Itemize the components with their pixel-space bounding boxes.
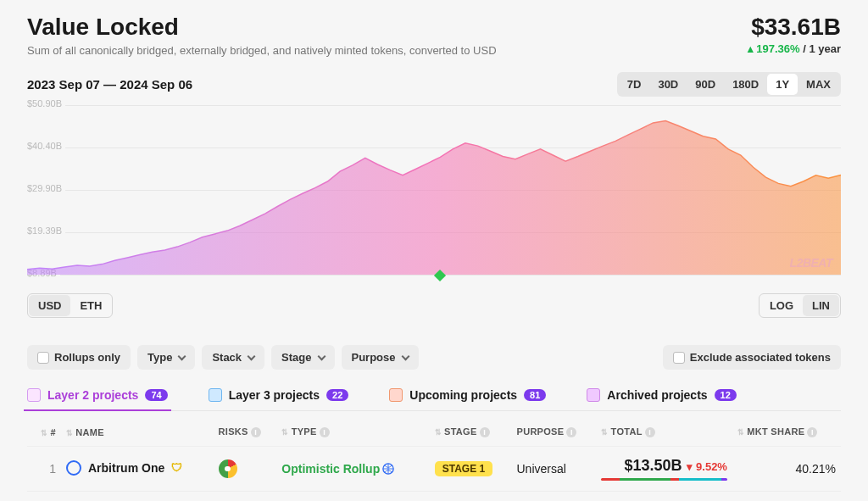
filter-exclude-associated-label: Exclude associated tokens xyxy=(690,351,831,364)
col-risks[interactable]: RISKSi xyxy=(214,418,277,447)
range-180d[interactable]: 180D xyxy=(724,74,767,95)
tvl-value: $33.61B xyxy=(748,14,841,41)
tab-upcoming[interactable]: Upcoming projects 81 xyxy=(389,388,546,410)
col-name[interactable]: ⇅NAME xyxy=(61,418,214,447)
total-delta: ▾ 9.52% xyxy=(687,460,726,473)
project-tabs: Layer 2 projects 74 Layer 3 projects 22 … xyxy=(27,388,841,411)
info-icon[interactable]: i xyxy=(566,427,576,437)
info-icon[interactable]: i xyxy=(480,427,490,437)
filter-rollups-only-label: Rollups only xyxy=(54,351,120,364)
upcoming-icon xyxy=(389,388,403,402)
purpose-cell: Universal xyxy=(512,447,597,492)
col-idx[interactable]: ⇅# xyxy=(27,418,61,447)
type-cell: Optimistic RollupOP xyxy=(276,492,429,502)
info-icon[interactable]: i xyxy=(645,427,655,437)
info-icon[interactable]: i xyxy=(251,427,261,437)
sort-icon: ⇅ xyxy=(601,428,608,437)
unit-usd-button[interactable]: USD xyxy=(29,295,70,316)
unit-eth-button[interactable]: ETH xyxy=(70,295,111,316)
chart-watermark: L2BEAT xyxy=(790,256,832,270)
row-index: 1 xyxy=(27,447,61,492)
row-index: 2 xyxy=(27,492,61,502)
total-value: $13.50B xyxy=(624,457,682,474)
col-total[interactable]: ⇅TOTALi xyxy=(596,418,732,447)
total-breakdown-bar xyxy=(601,478,727,481)
unit-toggle: USD ETH xyxy=(27,293,113,318)
archived-icon xyxy=(587,388,600,402)
range-max[interactable]: MAX xyxy=(798,74,839,95)
network-icon xyxy=(382,463,394,475)
filter-stack-label: Stack xyxy=(212,351,242,364)
range-selector: 7D 30D 90D 180D 1Y MAX xyxy=(617,72,841,97)
risk-pie-icon[interactable] xyxy=(219,459,237,478)
filter-purpose-label: Purpose xyxy=(352,351,396,364)
tab-upcoming-label: Upcoming projects xyxy=(409,388,517,402)
sort-icon: ⇅ xyxy=(281,428,288,437)
col-stage[interactable]: ⇅STAGEi xyxy=(430,418,512,447)
stage-badge: STAGE 1 xyxy=(435,461,492,476)
delta-arrow-icon: ▴ xyxy=(748,42,754,55)
table-row[interactable]: 1Arbitrum One🛡Optimistic RollupSTAGE 1Un… xyxy=(27,447,841,492)
tvl-chart[interactable]: $50.90B $40.40B $29.90B $19.39B $8.89B L… xyxy=(27,105,841,275)
project-logo-icon xyxy=(66,460,81,476)
mkt-share-cell: 40.21% xyxy=(732,447,841,492)
info-icon[interactable]: i xyxy=(807,427,817,437)
project-name-label: Arbitrum One xyxy=(88,461,164,475)
filter-rollups-only[interactable]: Rollups only xyxy=(27,345,131,370)
layer2-icon xyxy=(27,388,41,402)
tab-archived-label: Archived projects xyxy=(607,388,707,402)
col-mktshare[interactable]: ⇅MKT SHAREi xyxy=(732,418,841,447)
tab-layer3[interactable]: Layer 3 projects 22 xyxy=(209,388,349,410)
scale-log-button[interactable]: LOG xyxy=(760,295,803,316)
chevron-down-icon xyxy=(401,353,409,361)
sort-icon: ⇅ xyxy=(737,428,744,437)
tab-layer2[interactable]: Layer 2 projects 74 xyxy=(27,388,168,410)
tab-layer2-count: 74 xyxy=(145,389,167,401)
scale-toggle: LOG LIN xyxy=(759,293,841,318)
filter-purpose[interactable]: Purpose xyxy=(342,345,419,370)
sort-icon: ⇅ xyxy=(66,429,73,437)
tab-layer2-label: Layer 2 projects xyxy=(47,388,138,402)
type-cell: Optimistic Rollup xyxy=(276,447,429,492)
filter-type-label: Type xyxy=(147,351,172,364)
tvl-period: / 1 year xyxy=(803,42,841,55)
tvl-delta-line: ▴ 197.36% / 1 year xyxy=(748,42,841,55)
filter-stack[interactable]: Stack xyxy=(202,345,264,370)
date-range: 2023 Sep 07 — 2024 Sep 06 xyxy=(27,77,192,92)
tab-layer3-label: Layer 3 projects xyxy=(229,388,320,402)
chevron-down-icon xyxy=(317,353,326,361)
info-icon[interactable]: i xyxy=(320,427,330,437)
filter-stage-label: Stage xyxy=(281,351,311,364)
projects-table: ⇅# ⇅NAME RISKSi ⇅TYPEi ⇅STAGEi PURPOSEi … xyxy=(27,418,841,501)
page-title: Value Locked xyxy=(27,14,497,41)
tab-upcoming-count: 81 xyxy=(524,389,546,401)
project-name[interactable]: Arbitrum One🛡 xyxy=(66,460,182,476)
tab-archived-count: 12 xyxy=(715,389,737,401)
tvl-delta: 197.36% xyxy=(756,42,799,55)
tab-archived[interactable]: Archived projects 12 xyxy=(587,388,737,410)
col-type[interactable]: ⇅TYPEi xyxy=(276,418,429,447)
chart-svg xyxy=(27,105,841,275)
sort-icon: ⇅ xyxy=(41,429,47,437)
range-90d[interactable]: 90D xyxy=(687,74,724,95)
shield-icon: 🛡 xyxy=(171,461,182,474)
sort-icon: ⇅ xyxy=(435,428,442,437)
range-30d[interactable]: 30D xyxy=(649,74,687,95)
filter-stage[interactable]: Stage xyxy=(271,345,334,370)
page-subtitle: Sum of all canonically bridged, external… xyxy=(27,44,497,57)
purpose-cell: Universal xyxy=(512,492,597,502)
table-row[interactable]: 2Base🛡Optimistic RollupOPSTAGE 0Universa… xyxy=(27,492,841,502)
range-7d[interactable]: 7D xyxy=(619,74,650,95)
filter-type[interactable]: Type xyxy=(137,345,195,370)
layer3-icon xyxy=(209,388,222,402)
checkbox-icon xyxy=(673,352,685,364)
filter-exclude-associated[interactable]: Exclude associated tokens xyxy=(663,345,841,370)
mkt-share-cell: 17.49% xyxy=(732,492,841,502)
checkbox-icon xyxy=(37,352,49,364)
range-1y[interactable]: 1Y xyxy=(767,74,798,95)
chevron-down-icon xyxy=(248,353,256,361)
scale-lin-button[interactable]: LIN xyxy=(803,295,839,316)
tab-layer3-count: 22 xyxy=(326,389,348,401)
col-purpose[interactable]: PURPOSEi xyxy=(512,418,597,447)
chevron-down-icon xyxy=(178,353,186,361)
